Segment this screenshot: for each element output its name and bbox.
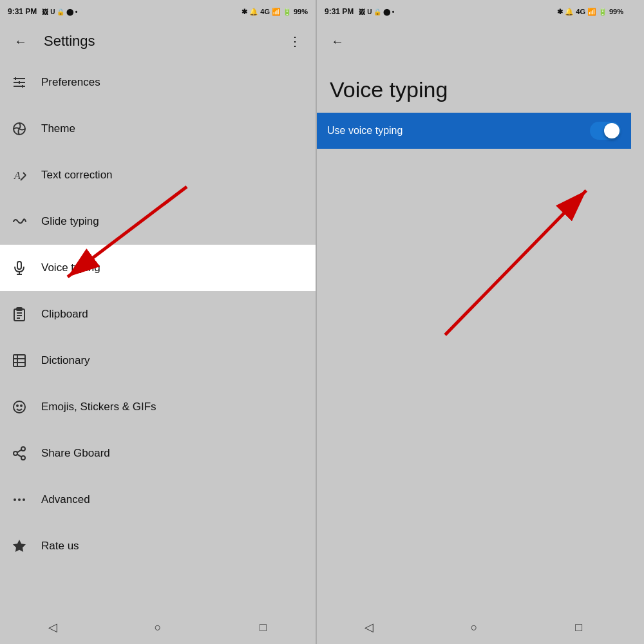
right-status-bar: 9:31 PM 🖼 U 🔒 ⬤ • ✱ 🔔 4G 📶 🔋 99% — [317, 0, 631, 23]
svg-line-37 — [445, 191, 586, 335]
voice-typing-label: Voice typing — [41, 261, 100, 274]
share-gboard-icon — [10, 446, 28, 461]
nav-recents-right[interactable]: □ — [566, 614, 592, 640]
svg-point-30 — [14, 498, 16, 501]
text-correction-icon: A — [10, 167, 28, 183]
battery-icon-right: 🔋 — [598, 8, 607, 16]
right-phone-panel: 9:31 PM 🖼 U 🔒 ⬤ • ✱ 🔔 4G 📶 🔋 99% ← Voice… — [316, 0, 631, 644]
right-nav-bar: ◁ ○ □ — [317, 611, 631, 644]
dictionary-label: Dictionary — [41, 354, 90, 367]
clipboard-icon — [10, 307, 28, 322]
menu-item-preferences[interactable]: Preferences — [0, 59, 316, 106]
toggle-knob — [604, 123, 620, 138]
left-phone-panel: 9:31 PM 🖼 U 🔒 ⬤ • ✱ 🔔 4G 📶 🔋 99% ← Setti… — [0, 0, 316, 644]
svg-line-29 — [17, 454, 22, 457]
svg-line-28 — [17, 450, 22, 452]
menu-item-dictionary[interactable]: Dictionary — [0, 337, 316, 384]
menu-item-emojis[interactable]: Emojis, Stickers & GIFs — [0, 384, 316, 430]
svg-point-26 — [14, 451, 17, 455]
menu-item-glide-typing[interactable]: Glide typing — [0, 198, 316, 245]
nav-back-left[interactable]: ◁ — [40, 614, 66, 640]
svg-line-8 — [21, 175, 26, 180]
settings-title: Settings — [44, 33, 282, 50]
menu-item-theme[interactable]: Theme — [0, 106, 316, 152]
settings-list: Preferences Theme A Text co — [0, 59, 316, 611]
left-status-bar: 9:31 PM 🖼 U 🔒 ⬤ • ✱ 🔔 4G 📶 🔋 99% — [0, 0, 316, 23]
signal-icon-right: 📶 — [587, 8, 596, 16]
use-voice-typing-label: Use voice typing — [327, 125, 402, 137]
voice-typing-icon — [10, 260, 28, 276]
preferences-icon — [10, 75, 28, 90]
text-correction-label: Text correction — [41, 169, 113, 182]
time-right: 9:31 PM — [325, 7, 354, 16]
menu-item-rate-us[interactable]: Rate us — [0, 523, 316, 569]
left-nav-bar: ◁ ○ □ — [0, 611, 316, 644]
nav-back-right[interactable]: ◁ — [356, 614, 382, 640]
time-left: 9:31 PM — [8, 7, 37, 16]
bluetooth-icon-right: ✱ — [557, 8, 563, 16]
status-icons-right: ✱ 🔔 4G 📶 🔋 99% — [557, 8, 623, 16]
theme-label: Theme — [41, 122, 75, 135]
battery-pct-left: 99% — [294, 8, 308, 15]
voice-typing-header: Voice typing — [317, 59, 631, 113]
right-top-bar: ← — [317, 23, 631, 59]
advanced-icon — [10, 492, 28, 507]
svg-point-32 — [23, 498, 25, 501]
battery-icon: 🔋 — [283, 8, 292, 16]
back-button-right[interactable]: ← — [325, 28, 350, 54]
advanced-label: Advanced — [41, 493, 90, 506]
voice-typing-toggle[interactable] — [590, 122, 621, 140]
menu-item-advanced[interactable]: Advanced — [0, 477, 316, 523]
back-button-left[interactable]: ← — [8, 28, 33, 54]
svg-point-25 — [21, 447, 25, 451]
glide-typing-icon — [10, 214, 28, 229]
rate-us-label: Rate us — [41, 540, 79, 553]
rate-us-icon — [10, 538, 28, 554]
menu-item-clipboard[interactable]: Clipboard — [0, 291, 316, 337]
svg-line-9 — [23, 173, 26, 175]
volume-icon: 🔔 — [249, 8, 258, 16]
clipboard-label: Clipboard — [41, 308, 88, 321]
bluetooth-icon: ✱ — [242, 8, 247, 16]
more-options-button[interactable]: ⋮ — [282, 28, 308, 54]
voice-typing-title: Voice typing — [330, 77, 448, 102]
nav-home-left[interactable]: ○ — [145, 614, 171, 640]
network-icon: 4G — [260, 8, 270, 15]
volume-icon-right: 🔔 — [565, 8, 574, 16]
svg-point-23 — [17, 405, 18, 406]
emojis-label: Emojis, Stickers & GIFs — [41, 401, 156, 413]
signal-icon: 📶 — [272, 8, 281, 16]
dictionary-icon — [10, 353, 28, 368]
menu-item-voice-typing[interactable]: Voice typing — [0, 245, 316, 291]
svg-point-22 — [14, 401, 25, 413]
svg-point-24 — [21, 405, 22, 406]
nav-home-right[interactable]: ○ — [461, 614, 487, 640]
menu-item-share-gboard[interactable]: Share Gboard — [0, 430, 316, 477]
menu-item-text-correction[interactable]: A Text correction — [0, 152, 316, 198]
glide-typing-label: Glide typing — [41, 215, 99, 228]
left-top-bar: ← Settings ⋮ — [0, 23, 316, 59]
svg-point-31 — [18, 498, 21, 501]
svg-rect-10 — [17, 261, 21, 269]
nav-recents-left[interactable]: □ — [250, 614, 276, 640]
status-time-right: 9:31 PM 🖼 U 🔒 ⬤ • — [325, 7, 394, 16]
use-voice-typing-row[interactable]: Use voice typing — [317, 113, 631, 149]
emojis-icon — [10, 399, 28, 415]
theme-icon — [10, 121, 28, 137]
svg-point-27 — [21, 456, 25, 460]
share-gboard-label: Share Gboard — [41, 447, 110, 460]
svg-text:A: A — [14, 170, 21, 181]
battery-pct-right: 99% — [609, 8, 623, 15]
status-icons-left: ✱ 🔔 4G 📶 🔋 99% — [242, 8, 308, 16]
network-icon-right: 4G — [576, 8, 585, 15]
svg-rect-18 — [14, 355, 25, 366]
status-time-left: 9:31 PM 🖼 U 🔒 ⬤ • — [8, 7, 77, 16]
preferences-label: Preferences — [41, 76, 100, 89]
svg-marker-33 — [13, 540, 26, 552]
